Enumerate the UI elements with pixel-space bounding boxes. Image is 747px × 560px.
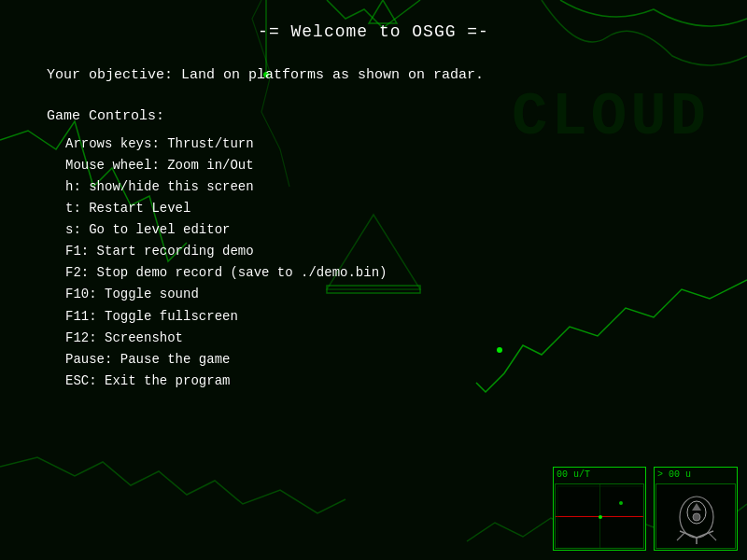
control-item: F2: Stop demo record (save to ./demo.bin… bbox=[47, 262, 700, 284]
radar-panel: 00 u/T bbox=[553, 467, 646, 551]
svg-point-17 bbox=[693, 513, 700, 521]
objective-text: Your objective: Land on platforms as sho… bbox=[47, 64, 700, 87]
control-item: Pause: Pause the game bbox=[47, 349, 700, 371]
controls-header: Game Controls: bbox=[47, 105, 700, 128]
control-item: Arrows keys: Thrust/turn bbox=[47, 133, 700, 155]
control-item: h: show/hide this screen bbox=[47, 176, 700, 198]
svg-point-8 bbox=[599, 515, 602, 519]
radar-label: 00 u/T bbox=[554, 468, 645, 482]
control-item: ESC: Exit the program bbox=[47, 371, 700, 392]
control-item: F1: Start recording demo bbox=[47, 241, 700, 262]
mini-map-panel: > 00 u bbox=[654, 467, 738, 551]
control-item: s: Go to level editor bbox=[47, 219, 700, 241]
control-item: F12: Screenshot bbox=[47, 328, 700, 349]
radar-screen bbox=[555, 483, 644, 549]
welcome-panel: -= Welcome to OSGG =- Your objective: La… bbox=[47, 19, 700, 429]
mini-map-screen bbox=[655, 483, 736, 549]
control-item: t: Restart Level bbox=[47, 198, 700, 219]
mini-map-label: > 00 u bbox=[655, 468, 737, 482]
control-item: F11: Toggle fullscreen bbox=[47, 306, 700, 328]
controls-list: Arrows keys: Thrust/turnMouse wheel: Zoo… bbox=[47, 133, 700, 392]
hud-container: 00 u/T > 00 u bbox=[553, 467, 738, 551]
welcome-title: -= Welcome to OSGG =- bbox=[47, 19, 700, 46]
control-item: F10: Toggle sound bbox=[47, 284, 700, 305]
control-item: Mouse wheel: Zoom in/Out bbox=[47, 155, 700, 176]
svg-point-9 bbox=[619, 501, 623, 505]
